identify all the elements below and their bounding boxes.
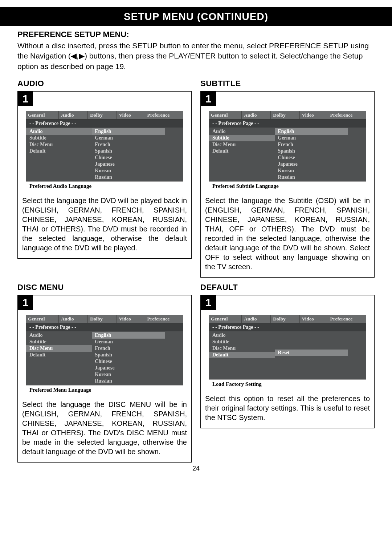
osd-opt-korean[interactable]: Korean — [92, 167, 183, 174]
osd-tab-preference[interactable]: Preference — [328, 315, 366, 323]
panel-default: 1 General Audio Dolby Video Preference -… — [200, 295, 375, 428]
step-badge: 1 — [201, 92, 216, 106]
osd-tab-preference[interactable]: Preference — [145, 111, 183, 119]
osd-opt-japanese[interactable]: Japanese — [92, 161, 183, 167]
section-heading-discmenu: DISC MENU — [17, 283, 192, 292]
osd-tab-dolby[interactable]: Dolby — [271, 111, 299, 119]
osd-opt-korean[interactable]: Korean — [275, 167, 366, 174]
osd-tab-general[interactable]: General — [209, 111, 242, 119]
osd-tab-audio[interactable]: Audio — [59, 315, 88, 323]
desc-subtitle: Select the language the Subtitle (OSD) w… — [201, 193, 374, 274]
osd-right-list: English German French Spanish Chinese Ja… — [275, 128, 366, 181]
section-subtitle: SUBTITLE 1 General Audio Dolby Video Pre… — [200, 79, 375, 278]
sections-grid: AUDIO 1 General Audio Dolby Video Prefer… — [0, 75, 392, 463]
osd-screen-subtitle: General Audio Dolby Video Preference - -… — [209, 111, 366, 191]
osd-right-list: English German French Spanish Chinese Ja… — [92, 331, 183, 385]
osd-opt-japanese[interactable]: Japanese — [92, 365, 183, 371]
osd-left-list: Audio Subtitle Disc Menu Default — [209, 331, 275, 379]
osd-subhead: - - Preference Page - - — [26, 120, 183, 128]
osd-tab-dolby[interactable]: Dolby — [88, 315, 117, 323]
panel-subtitle: 1 General Audio Dolby Video Preference -… — [200, 91, 375, 278]
section-heading-audio: AUDIO — [17, 79, 192, 88]
osd-opt-english[interactable]: English — [92, 332, 165, 339]
osd-item-subtitle[interactable]: Subtitle — [209, 135, 275, 141]
osd-item-subtitle[interactable]: Subtitle — [26, 135, 92, 141]
osd-opt-chinese[interactable]: Chinese — [92, 154, 183, 161]
step-badge: 1 — [201, 295, 216, 310]
osd-opt-reset[interactable]: Reset — [275, 350, 348, 356]
intro-text: Without a disc inserted, press the SETUP… — [17, 41, 375, 72]
osd-screen-discmenu: General Audio Dolby Video Preference - -… — [26, 315, 183, 395]
section-discmenu: DISC MENU 1 General Audio Dolby Video Pr… — [17, 283, 192, 463]
osd-opt-german[interactable]: German — [92, 135, 183, 141]
osd-tab-video[interactable]: Video — [300, 111, 328, 119]
osd-tab-dolby[interactable]: Dolby — [271, 315, 299, 323]
osd-opt-french[interactable]: French — [92, 345, 183, 352]
osd-tab-dolby[interactable]: Dolby — [88, 111, 117, 119]
osd-screen-audio: General Audio Dolby Video Preference - -… — [26, 111, 183, 191]
osd-item-audio[interactable]: Audio — [26, 332, 92, 339]
osd-opt-russian[interactable]: Russian — [92, 378, 183, 384]
osd-tab-audio[interactable]: Audio — [242, 111, 271, 119]
panel-audio: 1 General Audio Dolby Video Preference -… — [17, 91, 192, 259]
osd-item-default[interactable]: Default — [26, 352, 92, 358]
osd-tab-general[interactable]: General — [26, 111, 59, 119]
osd-item-discmenu[interactable]: Disc Menu — [26, 141, 92, 148]
osd-tab-audio[interactable]: Audio — [242, 315, 271, 323]
osd-opt-spanish[interactable]: Spanish — [92, 352, 183, 358]
osd-item-subtitle[interactable]: Subtitle — [26, 339, 92, 345]
osd-opt-english[interactable]: English — [275, 128, 348, 135]
osd-opt-french[interactable]: French — [92, 141, 183, 148]
section-audio: AUDIO 1 General Audio Dolby Video Prefer… — [17, 79, 192, 278]
osd-opt-korean[interactable]: Korean — [92, 371, 183, 378]
osd-item-audio[interactable]: Audio — [209, 332, 275, 339]
osd-item-discmenu[interactable]: Disc Menu — [209, 141, 275, 148]
osd-opt-german[interactable]: German — [92, 339, 183, 345]
osd-item-audio[interactable]: Audio — [209, 128, 275, 135]
osd-item-audio[interactable]: Audio — [26, 128, 92, 135]
osd-subhead: - - Preference Page - - — [26, 323, 183, 331]
osd-tab-audio[interactable]: Audio — [59, 111, 88, 119]
osd-opt-french[interactable]: French — [275, 141, 366, 148]
osd-tab-general[interactable]: General — [26, 315, 59, 323]
osd-opt-russian[interactable]: Russian — [275, 174, 366, 181]
osd-tabs: General Audio Dolby Video Preference — [209, 111, 366, 120]
osd-footer: Preferred Audio Language — [26, 181, 183, 191]
osd-tabs: General Audio Dolby Video Preference — [26, 111, 183, 120]
osd-opt-japanese[interactable]: Japanese — [275, 161, 366, 167]
osd-opt-german[interactable]: German — [275, 135, 366, 141]
osd-left-list: Audio Subtitle Disc Menu Default — [26, 331, 92, 385]
osd-opt-spanish[interactable]: Spanish — [92, 148, 183, 154]
osd-opt-chinese[interactable]: Chinese — [275, 154, 366, 161]
osd-tab-video[interactable]: Video — [117, 315, 145, 323]
page-title: SETUP MENU (CONTINUED) — [0, 7, 392, 26]
osd-opt-english[interactable]: English — [92, 128, 165, 135]
panel-discmenu: 1 General Audio Dolby Video Preference -… — [17, 295, 192, 463]
osd-item-subtitle[interactable]: Subtitle — [209, 339, 275, 345]
osd-item-default[interactable]: Default — [209, 352, 275, 358]
desc-discmenu: Select the language the DISC MENU will b… — [18, 397, 191, 459]
osd-tab-preference[interactable]: Preference — [145, 315, 183, 323]
section-default: DEFAULT 1 General Audio Dolby Video Pref… — [200, 283, 375, 463]
osd-item-discmenu[interactable]: Disc Menu — [26, 345, 92, 352]
osd-tabs: General Audio Dolby Video Preference — [209, 315, 366, 323]
osd-tab-video[interactable]: Video — [117, 111, 145, 119]
osd-opt-spanish[interactable]: Spanish — [275, 148, 366, 154]
osd-footer: Preferred Subtitle Language — [209, 181, 366, 191]
page-number: 24 — [0, 463, 392, 481]
osd-tab-general[interactable]: General — [209, 315, 242, 323]
step-badge: 1 — [18, 92, 33, 106]
osd-subhead: - - Preference Page - - — [209, 323, 366, 331]
osd-item-discmenu[interactable]: Disc Menu — [209, 345, 275, 352]
desc-audio: Select the language the DVD will be play… — [18, 193, 191, 255]
osd-item-default[interactable]: Default — [209, 148, 275, 154]
osd-tabs: General Audio Dolby Video Preference — [26, 315, 183, 323]
osd-tab-preference[interactable]: Preference — [328, 111, 366, 119]
osd-item-default[interactable]: Default — [26, 148, 92, 154]
osd-screen-default: General Audio Dolby Video Preference - -… — [209, 315, 366, 389]
osd-opt-russian[interactable]: Russian — [92, 174, 183, 181]
osd-tab-video[interactable]: Video — [300, 315, 328, 323]
desc-default: Select this option to reset all the pref… — [201, 391, 374, 424]
osd-right-list: English German French Spanish Chinese Ja… — [92, 128, 183, 181]
osd-opt-chinese[interactable]: Chinese — [92, 358, 183, 365]
